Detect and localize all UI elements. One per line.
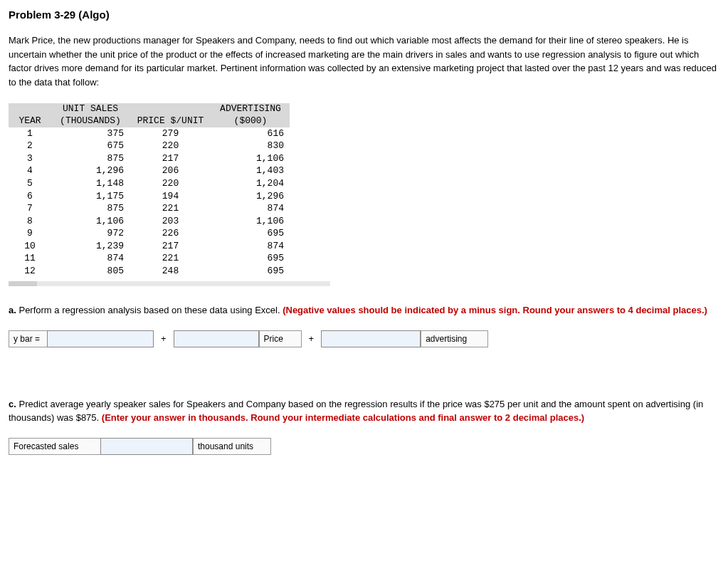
cell-sales: 875 [51, 152, 130, 165]
cell-year: 1 [9, 127, 51, 140]
cell-price: 206 [130, 164, 211, 177]
cell-price: 279 [130, 127, 211, 140]
cell-adv: 1,204 [211, 177, 290, 190]
cell-price: 220 [130, 140, 211, 152]
intro-text: Mark Price, the new productions manager … [9, 33, 719, 89]
data-table: YEAR UNIT SALES(THOUSANDS) PRICE $/UNIT … [9, 103, 290, 277]
table-row: 11874221695 [9, 252, 290, 265]
cell-price: 203 [130, 215, 211, 228]
part-c-text: c. Predict average yearly speaker sales … [9, 397, 719, 425]
cell-adv: 695 [211, 252, 290, 265]
cell-price: 226 [130, 227, 211, 240]
table-row: 61,1751941,296 [9, 190, 290, 203]
cell-price: 217 [130, 152, 211, 165]
th-sales: UNIT SALES(THOUSANDS) [51, 103, 130, 127]
cell-price: 220 [130, 177, 211, 190]
cell-year: 4 [9, 164, 51, 177]
table-scrollbar[interactable] [9, 281, 330, 286]
cell-year: 6 [9, 190, 51, 203]
th-year: YEAR [9, 103, 51, 127]
cell-price: 217 [130, 240, 211, 253]
table-row: 2675220830 [9, 140, 290, 152]
cell-sales: 972 [51, 227, 130, 240]
cell-adv: 1,106 [211, 152, 290, 165]
cell-sales: 375 [51, 127, 130, 140]
adv-label: advertising [421, 330, 488, 347]
cell-sales: 1,148 [51, 177, 130, 190]
cell-adv: 1,106 [211, 215, 290, 228]
cell-price: 221 [130, 202, 211, 215]
table-row: 38752171,106 [9, 152, 290, 165]
forecast-row: Forecasted sales thousand units [9, 438, 719, 455]
cell-adv: 1,296 [211, 190, 290, 203]
cell-year: 11 [9, 252, 51, 265]
cell-year: 12 [9, 265, 51, 278]
cell-sales: 1,106 [51, 215, 130, 228]
part-a-text: a. Perform a regression analysis based o… [9, 303, 719, 318]
cell-sales: 1,296 [51, 164, 130, 177]
cell-year: 9 [9, 227, 51, 240]
cell-sales: 1,175 [51, 190, 130, 203]
forecast-unit: thousand units [193, 438, 271, 455]
cell-year: 2 [9, 140, 51, 152]
cell-year: 10 [9, 240, 51, 253]
cell-adv: 695 [211, 265, 290, 278]
intercept-input[interactable] [47, 330, 154, 347]
cell-adv: 874 [211, 240, 290, 253]
cell-price: 248 [130, 265, 211, 278]
cell-adv: 695 [211, 227, 290, 240]
ybar-label: y bar = [9, 330, 48, 347]
cell-year: 3 [9, 152, 51, 165]
table-row: 51,1482201,204 [9, 177, 290, 190]
cell-sales: 1,239 [51, 240, 130, 253]
cell-sales: 875 [51, 202, 130, 215]
table-row: 101,239217874 [9, 240, 290, 253]
cell-year: 8 [9, 215, 51, 228]
adv-coef-input[interactable] [321, 330, 421, 347]
table-row: 9972226695 [9, 227, 290, 240]
cell-price: 194 [130, 190, 211, 203]
cell-sales: 805 [51, 265, 130, 278]
table-row: 12805248695 [9, 265, 290, 278]
cell-sales: 675 [51, 140, 130, 152]
forecast-label: Forecasted sales [9, 438, 101, 455]
th-price: PRICE $/UNIT [130, 103, 211, 127]
cell-adv: 616 [211, 127, 290, 140]
forecast-input[interactable] [100, 438, 193, 455]
cell-sales: 874 [51, 252, 130, 265]
plus-2: + [302, 330, 322, 347]
cell-adv: 1,403 [211, 164, 290, 177]
table-row: 1375279616 [9, 127, 290, 140]
cell-adv: 874 [211, 202, 290, 215]
regression-equation-row: y bar = + Price + advertising [9, 330, 719, 347]
price-label: Price [259, 330, 302, 347]
th-adv: ADVERTISING($000) [211, 103, 290, 127]
cell-year: 5 [9, 177, 51, 190]
table-row: 7875221874 [9, 202, 290, 215]
price-coef-input[interactable] [174, 330, 259, 347]
table-row: 81,1062031,106 [9, 215, 290, 228]
cell-year: 7 [9, 202, 51, 215]
table-row: 41,2962061,403 [9, 164, 290, 177]
cell-price: 221 [130, 252, 211, 265]
problem-title: Problem 3-29 (Algo) [9, 9, 719, 21]
plus-1: + [154, 330, 174, 347]
cell-adv: 830 [211, 140, 290, 152]
